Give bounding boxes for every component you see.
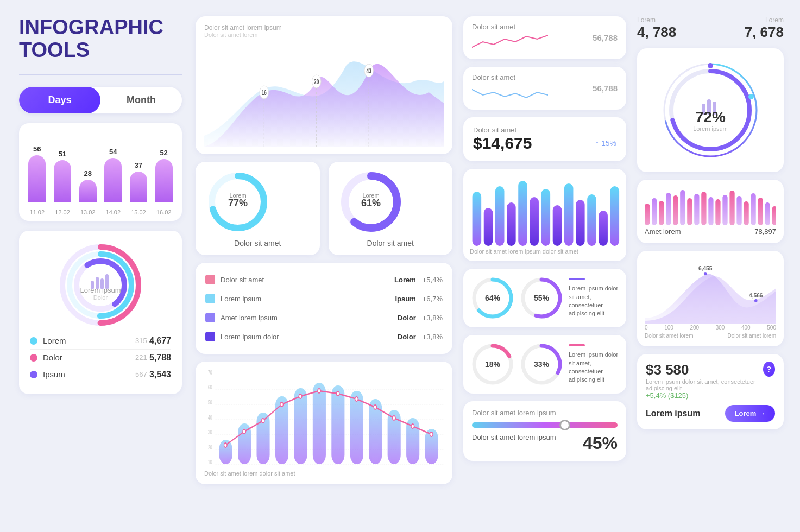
svg-point-93: [708, 63, 713, 68]
legend-mid: 567: [133, 370, 149, 378]
bar-item-5: 52: [155, 149, 173, 202]
svg-rect-101: [652, 198, 657, 225]
svg-rect-109: [708, 197, 713, 225]
svg-rect-65: [484, 208, 493, 246]
svg-rect-75: [599, 211, 608, 246]
donut-row: Lorem 77% Dolor sit amet Lorem 61% Dolor…: [196, 162, 452, 255]
svg-rect-69: [530, 197, 539, 246]
circle-2: 55%: [520, 276, 563, 320]
svg-point-63: [430, 432, 433, 436]
lorem-btn-row: Lorem ipsum Lorem →: [646, 405, 775, 422]
legend-val: 3,543: [149, 370, 171, 379]
svg-rect-111: [722, 195, 727, 225]
svg-text:20: 20: [314, 79, 319, 86]
lt-label: Dolor sit amet: [221, 276, 394, 284]
column-3: Dolor sit amet 56,788 Dolor sit amet 56,…: [458, 11, 632, 521]
svg-text:61%: 61%: [361, 198, 380, 208]
lt-label: Lorem ipsum dolor: [221, 333, 398, 341]
legend-dot: [30, 337, 37, 345]
slider-card: Dolor sit amet lorem ipsum Dolor sit ame…: [463, 401, 626, 461]
legend-color-box: [205, 294, 215, 303]
svg-text:20: 20: [208, 445, 212, 451]
donut-section: Lorem ipsum Dolor Lorem 315 4,677 Dolor …: [19, 231, 182, 394]
line-card-1: Dolor sit amet 56,788: [463, 16, 626, 59]
donut-wrapper: Lorem ipsum Dolor: [57, 242, 144, 328]
slider-label: Dolor sit amet lorem ipsum: [472, 409, 618, 417]
circles-row-1: 64% 55% Lorem ipsum dolor sit amet, cons…: [463, 269, 626, 327]
svg-rect-105: [680, 190, 685, 225]
stat-2-value: 7, 678: [745, 24, 784, 41]
donut-card-2-label: Dolor sit amet: [338, 239, 443, 248]
svg-point-53: [243, 429, 246, 434]
big-stat-value: $14,675: [473, 134, 532, 153]
stat-row: Lorem 4, 788 Lorem 7, 678: [637, 16, 784, 41]
bar-dates: 11.0212.0213.0214.0215.0216.02: [24, 207, 177, 216]
svg-point-60: [374, 405, 377, 409]
svg-text:18%: 18%: [485, 360, 501, 369]
slider-sub: Dolor sit amet lorem ipsum: [472, 433, 556, 453]
lt-percent: +6,7%: [423, 295, 443, 303]
lt-bold: Ipsum: [395, 295, 415, 303]
legend-table-row: Dolor sit amet Lorem +5,4%: [205, 270, 443, 289]
bar-chart-section: 565128543752 11.0212.0213.0214.0215.0216…: [19, 123, 182, 221]
line-card-1-value: 56,788: [593, 33, 618, 42]
area-chart-card: Dolor sit amet lorem ipsum Dolor sit ame…: [196, 16, 452, 154]
lorem-label: Lorem ipsum: [646, 409, 700, 419]
vb-footer: Dolor sit amet lorem ipsum dolor sit ame…: [470, 248, 620, 255]
svg-rect-100: [645, 204, 650, 225]
svg-point-56: [299, 394, 302, 398]
svg-text:40: 40: [208, 415, 212, 421]
svg-text:10: 10: [208, 459, 212, 466]
lt-bold: Lorem: [394, 276, 416, 284]
svg-text:55%: 55%: [534, 294, 550, 302]
legend-val: 5,788: [149, 353, 171, 363]
month-button[interactable]: Month: [100, 87, 182, 113]
svg-rect-114: [744, 201, 748, 225]
svg-text:30: 30: [208, 429, 212, 436]
money-desc: Lorem ipsum dolor sit amet, consectetuer…: [646, 378, 763, 391]
svg-text:50: 50: [208, 400, 212, 406]
money-left: $3 580 Lorem ipsum dolor sit amet, conse…: [646, 362, 763, 400]
svg-rect-108: [701, 192, 706, 225]
days-button[interactable]: Days: [19, 87, 100, 113]
svg-text:70: 70: [208, 370, 212, 376]
svg-text:Lorem ipsum: Lorem ipsum: [693, 125, 728, 132]
svg-point-94: [748, 94, 754, 99]
line-card-2: Dolor sit amet 56,788: [463, 67, 626, 110]
circle-4: 33%: [520, 343, 563, 386]
svg-rect-103: [666, 193, 671, 225]
legend-table-row: Amet lorem ipsum Dolor +3,8%: [205, 308, 443, 327]
slider-thumb[interactable]: [559, 420, 570, 430]
radial-big-card: 72% Lorem ipsum: [637, 48, 784, 172]
money-change: +5,4% ($125): [646, 391, 763, 400]
svg-text:4,566: 4,566: [749, 292, 763, 299]
money-value: $3 580: [646, 362, 763, 378]
svg-rect-102: [659, 201, 664, 225]
big-stat-change: ↑ 15%: [595, 139, 616, 148]
area2-footlabels: Dolor sit amet lorem Dolor sit amet lore…: [645, 333, 776, 339]
bar-item-1: 51: [54, 150, 71, 202]
svg-rect-117: [765, 202, 770, 225]
mini-bar-card: Amet lorem 78,897: [637, 180, 784, 243]
slider-track[interactable]: [472, 422, 618, 428]
svg-text:33%: 33%: [534, 360, 550, 369]
area-card2: 6,455 4,566 0100200300400500 Dolor sit a…: [637, 251, 784, 346]
question-button[interactable]: ?: [763, 362, 775, 377]
legend-row-dolor: Dolor 221 5,788: [30, 350, 171, 366]
donut-center: Lorem ipsum Dolor: [80, 269, 121, 300]
line-card-2-value: 56,788: [593, 84, 618, 93]
svg-point-62: [411, 424, 414, 428]
vb-footer-text: Dolor sit amet lorem ipsum dolor sit ame…: [470, 248, 578, 255]
circle-desc-1: Lorem ipsum dolor sit amet, consectetuer…: [569, 276, 619, 320]
lt-label: Lorem ipsum: [221, 295, 395, 303]
column-2: Dolor sit amet lorem ipsum Dolor sit ame…: [190, 11, 458, 521]
svg-text:64%: 64%: [485, 294, 501, 302]
bar-item-2: 28: [79, 169, 97, 202]
slider-footer: Dolor sit amet lorem ipsum 45%: [472, 433, 618, 453]
legend-row-lorem: Lorem 315 4,677: [30, 333, 171, 350]
money-card: $3 580 Lorem ipsum dolor sit amet, conse…: [637, 354, 784, 429]
lorem-btn[interactable]: Lorem →: [725, 405, 775, 422]
bar-item-3: 54: [104, 148, 122, 202]
column-4: Lorem 4, 788 Lorem 7, 678: [632, 11, 789, 521]
svg-rect-70: [541, 189, 551, 246]
